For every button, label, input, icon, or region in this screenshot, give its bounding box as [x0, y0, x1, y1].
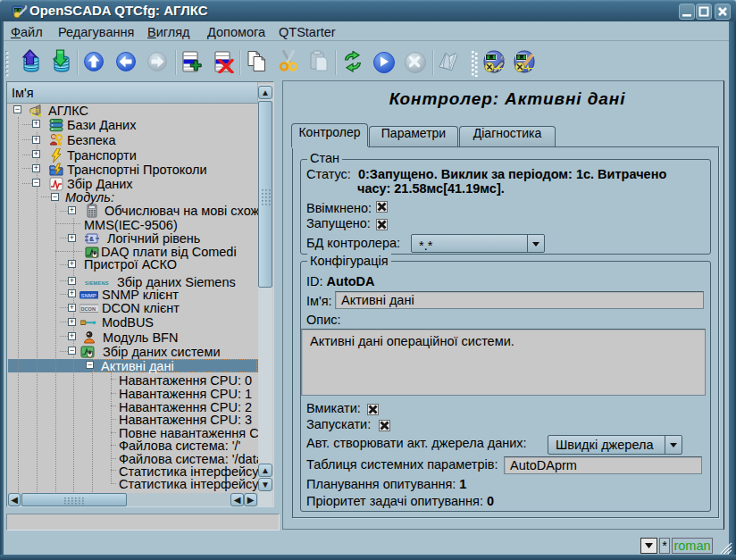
- svg-text:SNMP: SNMP: [81, 293, 96, 298]
- svg-text:8.8: 8.8: [517, 54, 527, 61]
- svg-text:SIEMENS: SIEMENS: [85, 280, 109, 286]
- svg-text:&: &: [89, 236, 94, 242]
- svg-text:DCON: DCON: [81, 306, 96, 312]
- svg-text:8.8: 8.8: [487, 54, 497, 61]
